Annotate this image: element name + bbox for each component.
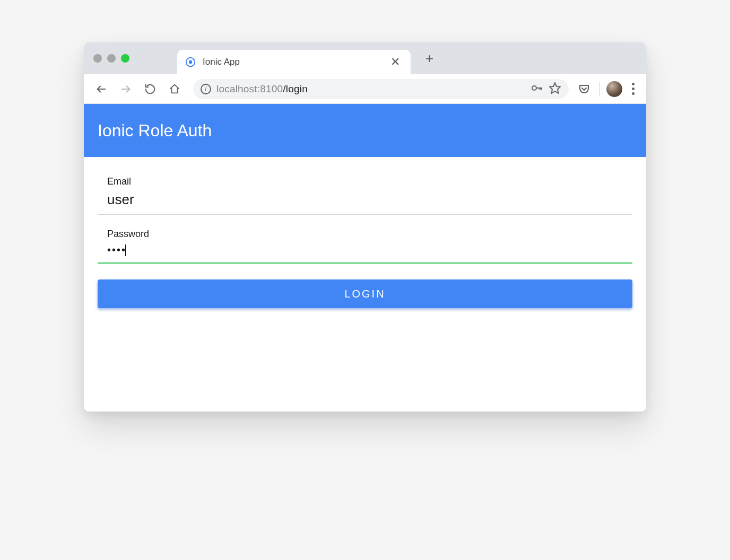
back-icon[interactable] bbox=[92, 80, 110, 98]
toolbar-divider bbox=[599, 82, 600, 96]
svg-rect-6 bbox=[536, 88, 542, 89]
text-caret-icon bbox=[125, 244, 126, 256]
browser-tab[interactable]: Ionic App ✕ bbox=[177, 50, 411, 74]
tab-title: Ionic App bbox=[203, 57, 387, 67]
bookmark-star-icon[interactable] bbox=[549, 82, 561, 97]
svg-rect-8 bbox=[541, 88, 542, 90]
login-form: Email Password •••• LOGIN bbox=[84, 157, 646, 412]
reload-icon[interactable] bbox=[141, 80, 159, 98]
home-icon[interactable] bbox=[166, 80, 184, 98]
site-info-icon[interactable]: i bbox=[201, 84, 211, 94]
new-tab-icon[interactable]: + bbox=[425, 51, 433, 65]
password-key-icon[interactable] bbox=[531, 82, 543, 97]
app-header: Ionic Role Auth bbox=[84, 104, 646, 157]
svg-point-2 bbox=[193, 58, 195, 61]
browser-window: Ionic App ✕ + i localhost:8100/login bbox=[84, 42, 646, 412]
url-bar[interactable]: i localhost:8100/login bbox=[193, 79, 569, 99]
menu-icon[interactable] bbox=[629, 83, 638, 95]
svg-rect-7 bbox=[540, 88, 541, 90]
svg-point-1 bbox=[189, 60, 192, 64]
minimize-window-icon[interactable] bbox=[107, 54, 116, 63]
password-field-row: Password •••• bbox=[98, 229, 632, 264]
email-label: Email bbox=[107, 176, 623, 187]
forward-icon[interactable] bbox=[117, 80, 135, 98]
svg-point-5 bbox=[532, 86, 536, 90]
maximize-window-icon[interactable] bbox=[121, 54, 129, 63]
password-input[interactable]: •••• bbox=[107, 243, 126, 257]
password-label: Password bbox=[107, 229, 623, 240]
window-controls bbox=[93, 54, 129, 63]
tab-close-icon[interactable]: ✕ bbox=[387, 55, 403, 69]
url-text: localhost:8100/login bbox=[216, 83, 308, 95]
email-input[interactable] bbox=[107, 190, 623, 209]
pocket-icon[interactable] bbox=[575, 80, 593, 98]
app-title: Ionic Role Auth bbox=[98, 121, 212, 141]
address-bar-row: i localhost:8100/login bbox=[84, 74, 646, 104]
email-field-row: Email bbox=[98, 176, 632, 215]
ionic-favicon-icon bbox=[185, 56, 196, 68]
close-window-icon[interactable] bbox=[93, 54, 102, 63]
svg-marker-9 bbox=[550, 83, 560, 93]
profile-avatar[interactable] bbox=[606, 81, 622, 97]
tab-bar: Ionic App ✕ + bbox=[84, 42, 646, 74]
login-button[interactable]: LOGIN bbox=[98, 279, 632, 308]
